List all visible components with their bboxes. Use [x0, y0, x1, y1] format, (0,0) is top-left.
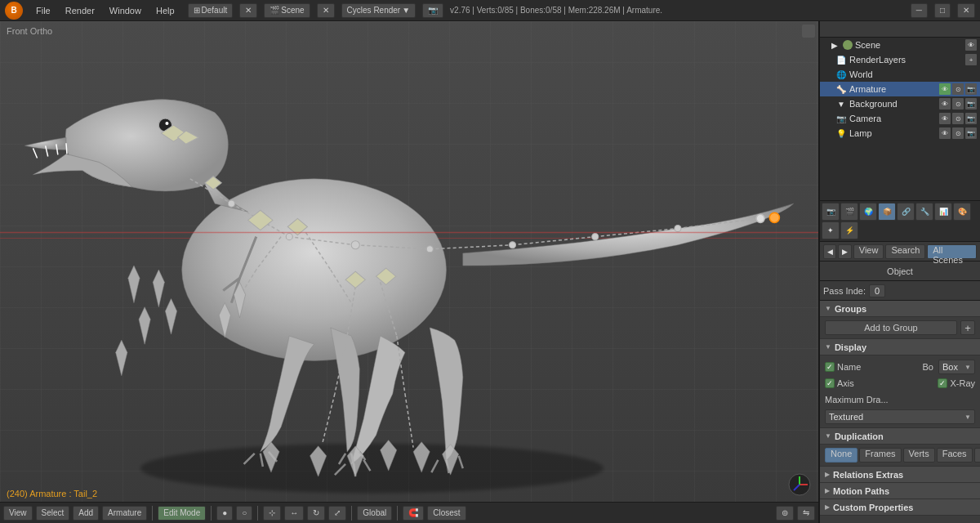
axis-checkbox[interactable]: [825, 378, 835, 388]
armature-menu-btn[interactable]: Armature: [102, 506, 147, 521]
display-section-header[interactable]: ▼ Display: [820, 339, 980, 355]
duplication-section-header[interactable]: ▼ Duplication: [820, 428, 980, 445]
window-close[interactable]: ✕: [957, 3, 975, 18]
bg-render-btn[interactable]: 📷: [965, 98, 977, 110]
lamp-vis-btn[interactable]: 👁: [939, 127, 951, 139]
menu-bar: File Render Window Help: [29, 4, 181, 17]
motion-arrow: ▶: [825, 487, 830, 494]
draw-type-sphere[interactable]: ●: [216, 506, 233, 521]
axis-row: Axis X-Ray: [825, 375, 975, 391]
camera-icon-btn[interactable]: 📷: [422, 3, 443, 18]
arm-sel-btn[interactable]: ⊙: [952, 83, 964, 95]
search-btn[interactable]: Search: [885, 244, 925, 259]
scene-close[interactable]: ✕: [317, 3, 335, 18]
toolbar-separator-4: [351, 506, 352, 521]
duplication-content: None Frames Verts Faces Group: [820, 445, 980, 467]
tab-modifier[interactable]: 🔧: [915, 203, 933, 221]
view-btn[interactable]: View: [853, 244, 884, 259]
viewport[interactable]: Front Ortho: [0, 21, 819, 523]
window-minimize[interactable]: ─: [911, 3, 928, 18]
arm-render-btn[interactable]: 📷: [965, 83, 977, 95]
renderer-selector[interactable]: Cycles Render ▼: [341, 3, 416, 18]
svg-point-22: [228, 200, 234, 207]
mirror-btn[interactable]: ⇋: [797, 506, 815, 521]
textured-value: Textured: [829, 412, 863, 422]
tab-particle[interactable]: ✦: [822, 221, 840, 239]
outliner-item-renderlayers[interactable]: 📄 RenderLayers +: [820, 52, 980, 67]
outliner-item-armature[interactable]: 🦴 Armature 👁 ⊙ 📷: [820, 82, 980, 96]
svg-point-27: [592, 234, 599, 240]
outliner-item-scene[interactable]: ▶ Scene 👁: [820, 38, 980, 52]
rl-action-1[interactable]: +: [965, 54, 977, 65]
props-nav-left[interactable]: ◀: [823, 244, 836, 259]
menu-render[interactable]: Render: [59, 4, 101, 17]
snap-to-selector[interactable]: Closest: [427, 506, 466, 521]
tab-object[interactable]: 📦: [878, 203, 896, 221]
dup-group-btn[interactable]: Group: [974, 448, 980, 463]
scene-expand-arrow: ▶: [829, 39, 840, 51]
motion-paths-section-header[interactable]: ▶ Motion Paths: [820, 483, 980, 499]
tab-constraint[interactable]: 🔗: [897, 203, 915, 221]
outliner-item-background[interactable]: ▼ Background 👁 ⊙ 📷: [820, 96, 980, 111]
bg-vis-btn[interactable]: 👁: [939, 98, 951, 110]
custom-props-section-header[interactable]: ▶ Custom Properties: [820, 499, 980, 516]
outliner-action-1[interactable]: 👁: [965, 39, 977, 51]
view-menu-btn[interactable]: View: [3, 506, 33, 521]
outliner-item-world[interactable]: 🌐 World: [820, 67, 980, 82]
cam-render-btn[interactable]: 📷: [965, 113, 977, 124]
tab-render[interactable]: 📷: [822, 203, 840, 221]
xray-checkbox[interactable]: [938, 378, 947, 388]
pass-index-value[interactable]: 0: [869, 284, 885, 297]
window-maximize[interactable]: □: [934, 3, 951, 18]
lamp-render-btn[interactable]: 📷: [965, 127, 977, 139]
tab-data[interactable]: 📊: [934, 203, 952, 221]
dup-verts-btn[interactable]: Verts: [903, 448, 935, 463]
textured-dropdown[interactable]: Textured ▼: [825, 409, 975, 424]
transform-manipulator[interactable]: ⊹: [263, 506, 281, 521]
cam-sel-btn[interactable]: ⊙: [952, 113, 964, 124]
add-to-group-btn[interactable]: Add to Group: [825, 320, 957, 335]
cam-vis-btn[interactable]: 👁: [939, 113, 951, 124]
outliner-item-lamp[interactable]: 💡 Lamp 👁 ⊙ 📷: [820, 126, 980, 141]
scene-selector[interactable]: 🎬 Scene: [264, 3, 310, 18]
snap-btn[interactable]: 🧲: [403, 506, 424, 521]
tab-scene[interactable]: 🎬: [840, 203, 858, 221]
select-menu-btn[interactable]: Select: [36, 506, 70, 521]
name-checkbox[interactable]: [825, 362, 835, 372]
status-text: (240) Armature : Tail_2: [7, 489, 97, 498]
menu-file[interactable]: File: [29, 4, 57, 17]
lamp-sel-btn[interactable]: ⊙: [952, 127, 964, 139]
tab-material[interactable]: 🎨: [953, 203, 971, 221]
workspace-close[interactable]: ✕: [239, 3, 257, 18]
transform-rotate[interactable]: ↻: [307, 506, 325, 521]
all-scenes-btn[interactable]: All Scenes: [927, 244, 977, 259]
draw-type-wire[interactable]: ○: [236, 506, 252, 521]
box-dropdown[interactable]: Box ▼: [938, 360, 975, 374]
tab-world[interactable]: 🌍: [859, 203, 877, 221]
props-nav-right[interactable]: ▶: [838, 244, 851, 259]
transform-move[interactable]: ↔: [284, 506, 304, 521]
global-selector[interactable]: Global: [357, 506, 392, 521]
outliner-item-camera[interactable]: 📷 Camera 👁 ⊙ 📷: [820, 111, 980, 126]
dup-frames-btn[interactable]: Frames: [859, 448, 901, 463]
menu-window[interactable]: Window: [103, 4, 148, 17]
arm-vis-btn[interactable]: 👁: [939, 83, 951, 95]
pass-index-bar: Pass Inde: 0: [820, 281, 980, 301]
dup-faces-btn[interactable]: Faces: [937, 448, 973, 463]
blender-logo[interactable]: B: [5, 2, 23, 20]
axis-label: Axis: [837, 378, 854, 388]
svg-marker-40: [165, 299, 176, 335]
add-menu-btn[interactable]: Add: [73, 506, 99, 521]
add-plus-btn[interactable]: +: [960, 320, 975, 335]
bg-sel-btn[interactable]: ⊙: [952, 98, 964, 110]
mode-selector[interactable]: Edit Mode: [158, 506, 206, 521]
menu-help[interactable]: Help: [149, 4, 181, 17]
tab-physics[interactable]: ⚡: [840, 221, 858, 239]
proportional-edit[interactable]: ⊚: [776, 506, 794, 521]
workspace-selector[interactable]: ⊞ Default: [188, 3, 234, 18]
relations-section-header[interactable]: ▶ Relations Extras: [820, 467, 980, 483]
groups-section-header[interactable]: ▼ Groups: [820, 301, 980, 317]
name-row: Name Bo Box ▼: [825, 359, 975, 375]
dup-none-btn[interactable]: None: [825, 448, 858, 463]
transform-scale[interactable]: ⤢: [328, 506, 346, 521]
